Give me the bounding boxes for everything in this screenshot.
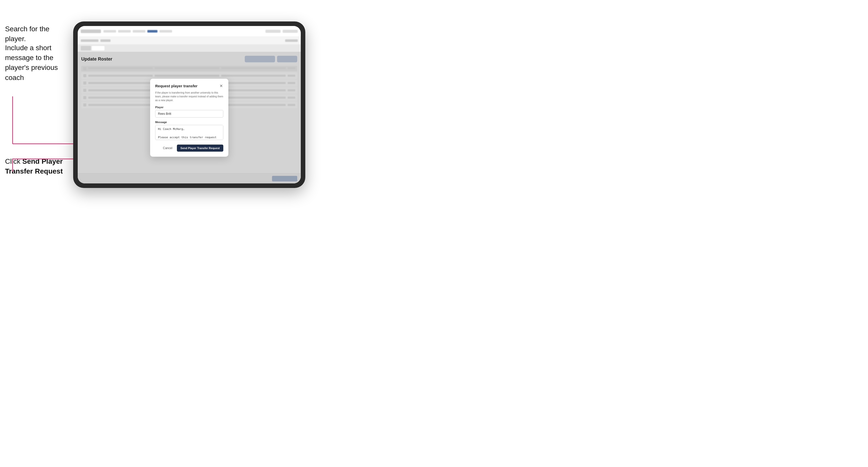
app-header-right bbox=[266, 30, 298, 33]
breadcrumb-2 bbox=[100, 39, 111, 42]
nav-item-1 bbox=[103, 30, 116, 33]
header-btn-1 bbox=[266, 30, 281, 33]
annotation-click-text: Click Send Player Transfer Request bbox=[5, 156, 71, 176]
modal-close-button[interactable]: ✕ bbox=[219, 84, 223, 88]
cancel-button[interactable]: Cancel bbox=[160, 145, 175, 151]
player-label: Player bbox=[155, 106, 223, 109]
app-tabs bbox=[78, 45, 301, 52]
breadcrumb-1 bbox=[81, 39, 98, 42]
request-transfer-modal: Request player transfer ✕ If the player … bbox=[150, 79, 228, 157]
annotation-click-prefix: Click bbox=[5, 157, 22, 165]
header-btn-2 bbox=[283, 30, 298, 33]
tablet-frame: Update Roster bbox=[73, 22, 305, 188]
message-label: Message bbox=[155, 121, 223, 124]
nav-item-4 bbox=[147, 30, 157, 33]
send-transfer-request-button[interactable]: Send Player Transfer Request bbox=[177, 145, 223, 152]
annotation-search-text: Search for the player. bbox=[5, 24, 71, 44]
nav-item-3 bbox=[133, 30, 145, 33]
nav-item-2 bbox=[118, 30, 131, 33]
modal-header: Request player transfer ✕ bbox=[155, 84, 223, 88]
tab-2 bbox=[92, 46, 104, 51]
nav-item-5 bbox=[159, 30, 172, 33]
annotation-message-label: Include a short message to the player's … bbox=[5, 44, 58, 82]
app-nav bbox=[103, 30, 263, 33]
modal-title: Request player transfer bbox=[155, 84, 197, 88]
tablet-screen: Update Roster bbox=[78, 26, 301, 183]
player-input[interactable] bbox=[155, 110, 223, 118]
tab-1 bbox=[81, 46, 91, 51]
modal-actions: Cancel Send Player Transfer Request bbox=[155, 145, 223, 152]
app-main: Update Roster bbox=[78, 52, 301, 183]
subheader-right bbox=[285, 39, 298, 42]
modal-description: If the player is transferring from anoth… bbox=[155, 91, 223, 102]
annotation-message-text: Include a short message to the player's … bbox=[5, 43, 76, 83]
app-header bbox=[78, 26, 301, 37]
modal-overlay: Request player transfer ✕ If the player … bbox=[78, 52, 301, 183]
app-logo bbox=[81, 30, 101, 33]
message-textarea[interactable]: Hi Coach McHarg, Please accept this tran… bbox=[155, 125, 223, 140]
app-subheader bbox=[78, 37, 301, 45]
